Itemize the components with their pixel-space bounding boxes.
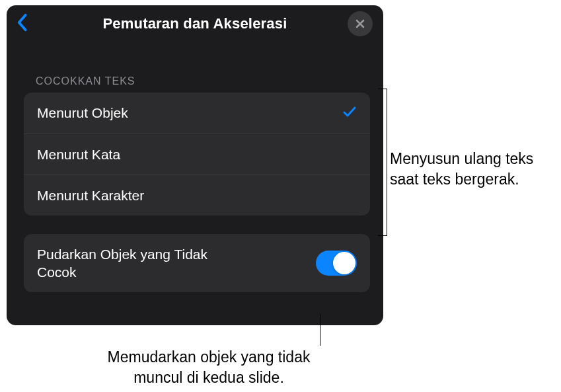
- match-text-list: Menurut Objek Menurut Kata Menurut Karak…: [24, 93, 370, 216]
- callout-connector: [387, 89, 387, 236]
- checkmark-icon: [342, 104, 357, 122]
- panel-title: Pemutaran dan Akselerasi: [102, 15, 287, 32]
- option-by-object[interactable]: Menurut Objek: [24, 93, 370, 134]
- callout-connector: [378, 235, 387, 236]
- panel-header: Pemutaran dan Akselerasi: [7, 5, 383, 42]
- close-icon: [355, 19, 365, 29]
- section-header: COCOKKAN TEKS: [7, 42, 383, 93]
- option-label: Menurut Objek: [37, 105, 128, 121]
- option-by-word[interactable]: Menurut Kata: [24, 134, 370, 175]
- fade-unmatched-label: Pudarkan Objek yang Tidak Cocok: [37, 245, 248, 282]
- callout-connector: [378, 89, 387, 89]
- back-button[interactable]: [16, 13, 28, 34]
- callout-connector: [320, 314, 320, 346]
- close-button[interactable]: [348, 11, 373, 36]
- callout-rearrange-text: Menyusun ulang teks saat teks bergerak.: [390, 149, 555, 190]
- switch-knob: [333, 252, 355, 274]
- option-by-character[interactable]: Menurut Karakter: [24, 175, 370, 216]
- chevron-left-icon: [16, 13, 28, 32]
- fade-unmatched-row: Pudarkan Objek yang Tidak Cocok: [24, 234, 370, 292]
- option-label: Menurut Kata: [37, 147, 120, 163]
- fade-unmatched-switch[interactable]: [316, 251, 357, 276]
- fade-toggle-group: Pudarkan Objek yang Tidak Cocok: [24, 234, 370, 292]
- settings-panel: Pemutaran dan Akselerasi COCOKKAN TEKS M…: [7, 5, 383, 325]
- callout-fade-objects: Memudarkan objek yang tidak muncul di ke…: [90, 347, 328, 388]
- option-label: Menurut Karakter: [37, 188, 144, 204]
